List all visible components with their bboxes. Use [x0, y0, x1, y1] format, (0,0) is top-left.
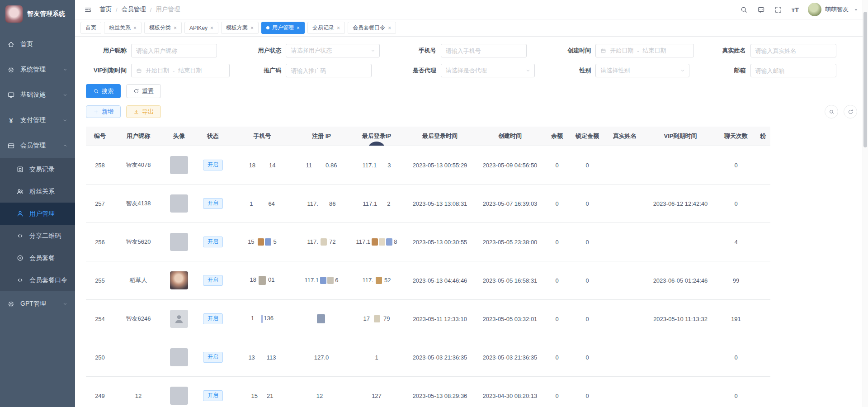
- scrollbar-thumb[interactable]: [863, 12, 867, 147]
- tab-close-icon[interactable]: ×: [133, 25, 137, 31]
- sidebar-item-infrastructure[interactable]: 基础设施: [0, 82, 75, 108]
- tab-close-icon[interactable]: ×: [210, 25, 213, 31]
- sidebar-item-payment[interactable]: ¥支付管理: [0, 108, 75, 133]
- column-header: 真实姓名: [605, 127, 645, 146]
- breadcrumb-item[interactable]: 会员管理: [122, 5, 146, 14]
- sidebar-item-system[interactable]: 系统管理: [0, 57, 75, 82]
- message-button[interactable]: [756, 5, 765, 14]
- cell-real-name: [605, 261, 645, 300]
- sidebar-item-fans[interactable]: 粉丝关系: [0, 180, 75, 203]
- monitor-icon: [7, 91, 15, 99]
- add-button[interactable]: 新增: [86, 105, 121, 118]
- menu-fold-icon: [84, 6, 92, 14]
- cell-chats: 4: [716, 223, 756, 261]
- search-button[interactable]: 搜索: [86, 84, 121, 98]
- filter-input-promo-code[interactable]: [286, 64, 372, 77]
- breadcrumb-item[interactable]: 首页: [99, 5, 112, 14]
- table-search-button[interactable]: [825, 105, 838, 118]
- reset-button[interactable]: 重置: [126, 84, 161, 98]
- cell-balance: 0: [544, 300, 570, 338]
- filter-label: 是否代理: [396, 66, 436, 75]
- column-header: 余额: [544, 127, 570, 146]
- user-menu[interactable]: 萌萌智友: [808, 3, 860, 16]
- mask-blob: [265, 238, 271, 246]
- fullscreen-button[interactable]: [774, 5, 783, 14]
- chevron-down-icon: [62, 67, 68, 72]
- tab-close-icon[interactable]: ×: [388, 25, 391, 31]
- users-table: 编号用户昵称头像状态手机号注册 IP最后登录IP最后登录时间创建时间余额锁定金额…: [86, 127, 770, 407]
- filter-label: 性别: [550, 66, 591, 75]
- cell-last-login: 2023-05-13 00:30:55: [404, 223, 476, 261]
- cell-avatar: [163, 261, 195, 300]
- font-size-button[interactable]: тT: [791, 5, 800, 14]
- cell-locked: 0: [570, 261, 605, 300]
- sidebar-item-label: 系统管理: [20, 66, 46, 74]
- mask-blob: [259, 276, 266, 285]
- tab-fans[interactable]: 粉丝关系×: [104, 22, 142, 34]
- cell-id: 250: [86, 338, 114, 377]
- filter-input-email[interactable]: [750, 64, 836, 77]
- code-icon: [16, 276, 24, 284]
- filter-select-gender[interactable]: 请选择性别: [595, 64, 689, 77]
- cell-created: 2023-05-09 04:56:50: [476, 146, 544, 185]
- table-wrap: 编号用户昵称头像状态手机号注册 IP最后登录IP最后登录时间创建时间余额锁定金额…: [86, 127, 857, 407]
- daterange-end-placeholder: 结束日期: [643, 47, 666, 55]
- sidebar-item-label: 会员管理: [20, 142, 46, 150]
- export-button[interactable]: 导出: [126, 105, 161, 118]
- filter-input-phone[interactable]: [441, 44, 527, 57]
- avatar: [170, 194, 188, 213]
- cell-text: 3: [387, 162, 391, 169]
- filter-input-nickname[interactable]: [131, 44, 217, 57]
- tab-close-icon[interactable]: ×: [297, 25, 300, 31]
- tab-home[interactable]: 首页: [80, 22, 101, 34]
- search-button[interactable]: [739, 5, 748, 14]
- tabbar: 首页粉丝关系×模板分类×APIKey×模板方案×用户管理×交易记录×会员套餐口令…: [75, 19, 868, 37]
- filter-field-created-time: 创建时间开始日期-结束日期: [550, 44, 702, 57]
- sidebar-item-share-qr[interactable]: 分享二维码: [0, 225, 75, 247]
- sidebar-item-gpt[interactable]: GPT管理: [0, 291, 75, 317]
- filter-daterange-vip-expire[interactable]: 开始日期-结束日期: [131, 64, 230, 77]
- table-row: 255稻草人开启1801117.16117.522023-05-13 04:46…: [86, 261, 770, 300]
- cell-reg-ip: 117.72: [294, 223, 349, 261]
- filter-select-status[interactable]: 请选择用户状态: [286, 44, 380, 57]
- cell-nickname: 智友5620: [114, 223, 163, 261]
- mask-blob: [327, 277, 334, 284]
- cell-fans: [756, 261, 770, 300]
- cell-avatar: [163, 338, 195, 377]
- filter-input-real-name[interactable]: [750, 44, 836, 57]
- cell-text: 12: [316, 393, 323, 399]
- cell-created: 2023-05-05 23:38:00: [476, 223, 544, 261]
- sidebar-item-plans[interactable]: 会员套餐: [0, 247, 75, 269]
- sidebar-item-transactions[interactable]: 交易记录: [0, 158, 75, 180]
- cell-nickname: 智友4078: [114, 146, 163, 185]
- tab-transactions[interactable]: 交易记录×: [307, 22, 345, 34]
- tab-user-management[interactable]: 用户管理×: [261, 22, 305, 34]
- sidebar-item-users[interactable]: 用户管理: [0, 203, 75, 225]
- cell-text: 14: [269, 162, 275, 169]
- table-refresh-button[interactable]: [844, 105, 857, 118]
- tab-close-icon[interactable]: ×: [337, 25, 340, 31]
- tab-close-icon[interactable]: ×: [250, 25, 254, 31]
- sidebar-item-home[interactable]: 首页: [0, 32, 75, 57]
- tab-close-icon[interactable]: ×: [174, 25, 177, 31]
- tab-label: 模板分类: [149, 24, 171, 32]
- cell-fans: [756, 146, 770, 185]
- filter-field-nickname: 用户昵称: [86, 44, 238, 57]
- cell-id: 258: [86, 146, 114, 185]
- filter-label: 真实姓名: [705, 47, 746, 55]
- people-icon: [16, 188, 24, 195]
- menu-fold-button[interactable]: [83, 5, 92, 14]
- sidebar-item-member[interactable]: 会员管理: [0, 133, 75, 158]
- filter-select-is-agent[interactable]: 请选择是否代理: [441, 64, 535, 77]
- table-toolbar: 新增 导出: [86, 105, 857, 118]
- cell-last-ip: 117.52: [349, 261, 404, 300]
- tab-plan-codes[interactable]: 会员套餐口令×: [348, 22, 396, 34]
- filter-daterange-created-time[interactable]: 开始日期-结束日期: [595, 44, 694, 57]
- tab-template-category[interactable]: 模板分类×: [144, 22, 182, 34]
- sidebar-item-plan-codes[interactable]: 会员套餐口令: [0, 269, 75, 291]
- daterange-start-placeholder: 开始日期: [146, 66, 169, 75]
- sidebar: 智友管理系统 首页系统管理基础设施¥支付管理会员管理交易记录粉丝关系用户管理分享…: [0, 0, 75, 407]
- cell-fans: [756, 377, 770, 407]
- tab-template-plan[interactable]: 模板方案×: [221, 22, 259, 34]
- tab-apikey[interactable]: APIKey×: [184, 22, 218, 34]
